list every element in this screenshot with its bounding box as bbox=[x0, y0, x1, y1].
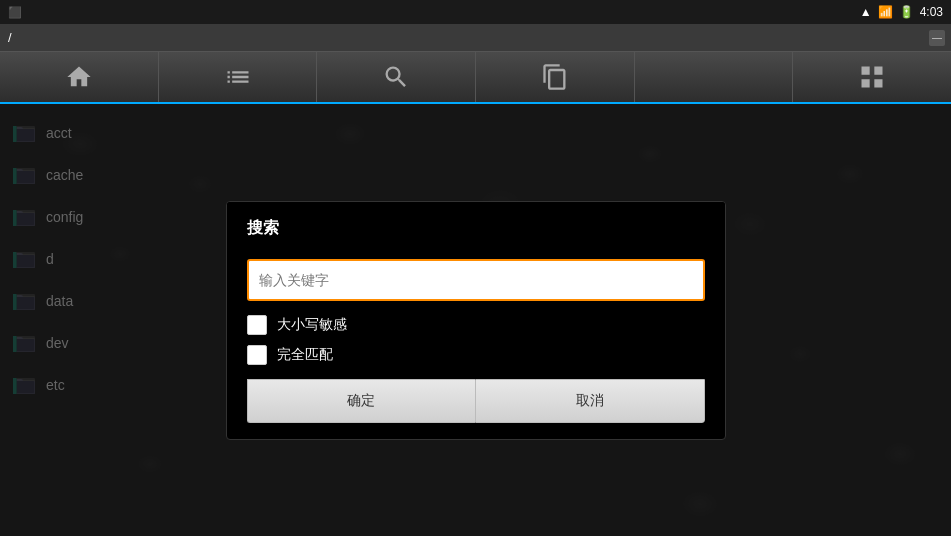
toolbar bbox=[0, 52, 951, 104]
main-area: acct cache bbox=[0, 104, 951, 536]
grid-button[interactable] bbox=[793, 52, 951, 102]
search-dialog: 搜索 大小写敏感 完全匹配 确定 取消 bbox=[226, 201, 726, 440]
cancel-button[interactable]: 取消 bbox=[475, 379, 705, 423]
exact-match-checkbox[interactable] bbox=[247, 345, 267, 365]
signal-icon: 📶 bbox=[878, 5, 893, 19]
address-bar: / — bbox=[0, 24, 951, 52]
copy-button[interactable] bbox=[476, 52, 635, 102]
status-bar: ⬛ ▲ 📶 🔋 4:03 bbox=[0, 0, 951, 24]
status-left: ⬛ bbox=[8, 6, 22, 19]
exact-match-label: 完全匹配 bbox=[277, 346, 333, 364]
minimize-button[interactable]: — bbox=[929, 30, 945, 46]
time-display: 4:03 bbox=[920, 5, 943, 19]
app-icon: ⬛ bbox=[8, 6, 22, 19]
home-button[interactable] bbox=[0, 52, 159, 102]
path-text: / bbox=[8, 30, 12, 45]
exact-match-row: 完全匹配 bbox=[247, 345, 705, 365]
wifi-icon: ▲ bbox=[860, 5, 872, 19]
list-button[interactable] bbox=[159, 52, 318, 102]
dialog-overlay: 搜索 大小写敏感 完全匹配 确定 取消 bbox=[0, 104, 951, 536]
case-sensitive-label: 大小写敏感 bbox=[277, 316, 347, 334]
case-sensitive-row: 大小写敏感 bbox=[247, 315, 705, 335]
confirm-button[interactable]: 确定 bbox=[247, 379, 476, 423]
empty-button bbox=[635, 52, 794, 102]
search-toolbar-button[interactable] bbox=[317, 52, 476, 102]
dialog-buttons: 确定 取消 bbox=[247, 379, 705, 423]
search-keyword-input[interactable] bbox=[247, 259, 705, 301]
case-sensitive-checkbox[interactable] bbox=[247, 315, 267, 335]
dialog-title: 搜索 bbox=[227, 202, 725, 249]
dialog-body: 大小写敏感 完全匹配 确定 取消 bbox=[227, 249, 725, 439]
status-right: ▲ 📶 🔋 4:03 bbox=[860, 5, 943, 19]
battery-icon: 🔋 bbox=[899, 5, 914, 19]
